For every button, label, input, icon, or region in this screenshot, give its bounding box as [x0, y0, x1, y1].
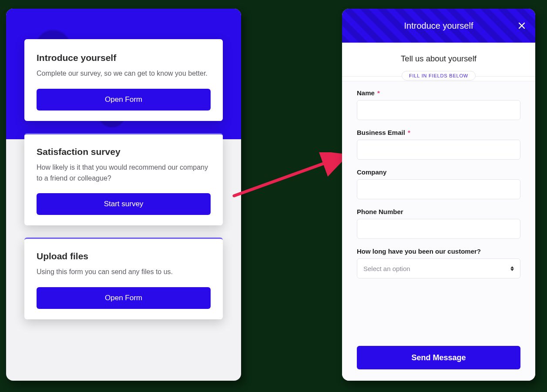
- card-description: Complete our survey, so we can get to kn…: [37, 68, 211, 79]
- form-subtitle: Tell us about yourself: [342, 43, 535, 71]
- field-name: Name *: [357, 89, 520, 120]
- card-upload-files: Upload files Using this form you can sen…: [24, 238, 223, 319]
- select-placeholder: Select an option: [363, 265, 410, 272]
- required-mark: *: [377, 89, 380, 97]
- company-label: Company: [357, 168, 520, 176]
- name-input[interactable]: [357, 100, 520, 120]
- label-text: Business Email: [357, 129, 405, 136]
- card-title: Satisfaction survey: [37, 147, 211, 157]
- chevron-sort-icon: [510, 266, 514, 271]
- fill-fields-chip: FILL IN FIELDS BELOW: [402, 71, 476, 80]
- business-email-input[interactable]: [357, 140, 520, 160]
- label-text: Name: [357, 89, 375, 97]
- send-message-button[interactable]: Send Message: [357, 346, 520, 369]
- card-description: Using this form you can send any files t…: [37, 267, 211, 278]
- form-footer: Send Message: [342, 341, 535, 381]
- open-form-button[interactable]: Open Form: [37, 89, 211, 111]
- field-business-email: Business Email *: [357, 129, 520, 160]
- required-mark: *: [408, 129, 410, 136]
- start-survey-button[interactable]: Start survey: [37, 193, 211, 215]
- company-input[interactable]: [357, 179, 520, 199]
- name-label: Name *: [357, 89, 520, 97]
- form-body: Name * Business Email * Company Phone Nu…: [342, 81, 535, 341]
- email-label: Business Email *: [357, 129, 520, 136]
- close-icon[interactable]: [518, 22, 526, 30]
- card-title: Introduce yourself: [37, 53, 211, 63]
- form-header-title: Introduce yourself: [404, 21, 473, 31]
- flow-arrow-icon: [231, 152, 352, 200]
- field-customer-tenure: How long have you been our customer? Sel…: [357, 248, 520, 278]
- phone-number-input[interactable]: [357, 219, 520, 239]
- customer-tenure-select[interactable]: Select an option: [357, 258, 520, 278]
- field-company: Company: [357, 168, 520, 199]
- field-phone: Phone Number: [357, 208, 520, 239]
- card-introduce-yourself: Introduce yourself Complete our survey, …: [24, 39, 223, 121]
- phone-label: Phone Number: [357, 208, 520, 215]
- introduce-yourself-form-panel: Introduce yourself Tell us about yoursel…: [342, 9, 535, 381]
- open-form-button[interactable]: Open Form: [37, 287, 211, 309]
- svg-line-0: [234, 157, 340, 196]
- form-header: Introduce yourself: [342, 9, 535, 43]
- card-description: How likely is it that you would recommen…: [37, 162, 211, 184]
- card-title: Upload files: [37, 251, 211, 261]
- card-stack: Introduce yourself Complete our survey, …: [24, 39, 223, 319]
- form-section-divider: FILL IN FIELDS BELOW: [342, 71, 535, 81]
- forms-list-panel: Introduce yourself Complete our survey, …: [6, 9, 241, 381]
- tenure-label: How long have you been our customer?: [357, 248, 520, 255]
- card-satisfaction-survey: Satisfaction survey How likely is it tha…: [24, 133, 223, 226]
